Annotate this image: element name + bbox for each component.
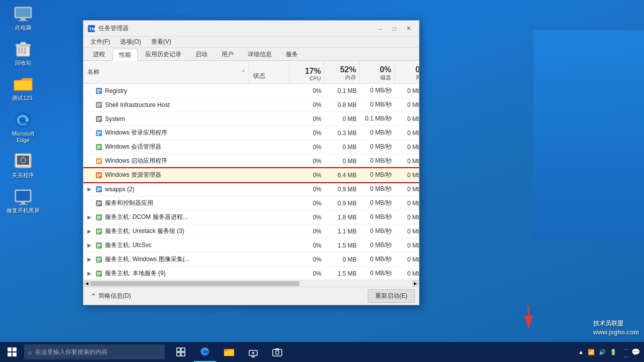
search-bar[interactable]: ⌕ 在这里输入你要搜索的内容: [24, 344, 165, 359]
folder-icon-label: 测试123.: [12, 95, 34, 101]
taskview-button[interactable]: [170, 342, 192, 362]
network-taskbar-button[interactable]: [242, 342, 264, 362]
tab-app-history[interactable]: 应用历史记录: [139, 48, 188, 60]
cell-disk: 0 MB/秒: [360, 100, 395, 109]
expand-arrow[interactable]: ▶: [87, 228, 94, 234]
expand-arrow[interactable]: ▶: [87, 243, 94, 248]
cell-net: 0 Mbps: [395, 101, 419, 108]
process-icon: [95, 228, 102, 235]
process-icon: [95, 172, 102, 179]
cell-name: Windows 资源管理器: [83, 171, 249, 179]
hscroll-right[interactable]: ►: [412, 280, 419, 287]
cell-mem: 0.9 MB: [325, 200, 360, 207]
desktop-icons: 此电脑 回收站: [6, 5, 40, 214]
desktop-icon-recycle[interactable]: 回收站: [6, 40, 40, 66]
process-table: 名称 ^ 状态 17% CPU 52% 内存 0% 磁盘: [83, 61, 419, 280]
menu-view[interactable]: 查看(V): [147, 37, 175, 47]
edge-taskbar-button[interactable]: [194, 342, 216, 362]
window-title: 任务管理器: [98, 24, 374, 33]
network-icon[interactable]: 📶: [588, 349, 595, 355]
expand-arrow[interactable]: ▶: [87, 214, 94, 220]
table-row[interactable]: ▶ wsappx (2) 0% 0.9 MB 0 MB/秒 0 Mbps: [83, 182, 419, 196]
cell-cpu: 0%: [289, 172, 325, 179]
svg-rect-66: [97, 232, 99, 233]
desktop-icon-folder[interactable]: 测试123.: [6, 75, 40, 101]
menu-file[interactable]: 文件(F): [86, 37, 114, 47]
cell-mem: 0.9 MB: [325, 186, 360, 193]
svg-rect-46: [97, 162, 99, 163]
table-row[interactable]: Shell Infrastructure Host 0% 0.8 MB 0 MB…: [83, 98, 419, 112]
svg-rect-14: [19, 167, 27, 168]
desktop-icon-edge[interactable]: Microsoft Edge: [6, 111, 40, 144]
cell-mem: 0 MB: [325, 115, 360, 123]
volume-icon[interactable]: 🔊: [599, 349, 606, 355]
cell-net: 0 Mbps: [395, 186, 419, 193]
table-row[interactable]: System 0% 0 MB 0.1 MB/秒 0 Mbps: [83, 112, 419, 126]
cell-mem: 6.4 MB: [325, 172, 360, 179]
table-row[interactable]: 服务和控制器应用 0% 0.9 MB 0 MB/秒 0 Mbps: [83, 196, 419, 210]
table-row[interactable]: Windows 会话管理器 0% 0 MB 0 MB/秒 0 Mbps: [83, 140, 419, 154]
notification-button[interactable]: 💬: [631, 348, 640, 356]
tray-arrow[interactable]: ▲: [578, 349, 584, 355]
cell-cpu: 0%: [289, 270, 325, 277]
table-row[interactable]: Registry 0% 0.1 MB 0 MB/秒 0 Mbps: [83, 84, 419, 98]
table-row[interactable]: Windows 启动应用程序 0% 0 MB 0 MB/秒 0 Mbps: [83, 154, 419, 168]
tab-details[interactable]: 详细信息: [241, 48, 278, 60]
svg-rect-64: [97, 230, 101, 231]
col-header-name[interactable]: 名称 ^: [83, 61, 249, 83]
table-row[interactable]: Windows 资源管理器 0% 6.4 MB 0 MB/秒 0 Mbps: [83, 168, 419, 182]
svg-rect-91: [224, 350, 234, 356]
expand-arrow[interactable]: ▶: [87, 257, 94, 262]
svg-rect-57: [97, 203, 101, 204]
tab-processes[interactable]: 进程: [86, 48, 112, 60]
svg-rect-88: [181, 352, 185, 356]
cell-name: Registry: [83, 87, 249, 94]
col-header-net[interactable]: 0% 网络: [395, 61, 419, 83]
svg-rect-19: [21, 202, 25, 204]
start-button[interactable]: [0, 342, 24, 362]
tab-services[interactable]: 服务: [279, 48, 304, 60]
col-header-status[interactable]: 状态: [249, 61, 289, 83]
expand-arrow[interactable]: ▶: [87, 186, 94, 192]
table-row[interactable]: ▶ 服务主机: Windows 图像采集(... 0% 0 MB 0 MB/秒 …: [83, 253, 419, 267]
svg-rect-10: [14, 80, 32, 90]
svg-rect-72: [97, 258, 101, 259]
desktop-icon-shutdown[interactable]: 关关程序: [6, 153, 40, 179]
desktop-icon-repair[interactable]: 修复开机黑屏: [6, 188, 40, 214]
minimize-button[interactable]: –: [374, 24, 387, 34]
hscroll-left[interactable]: ◄: [83, 280, 90, 287]
restart-button[interactable]: 重新启动(E): [368, 289, 415, 303]
col-header-cpu[interactable]: 17% CPU: [289, 61, 325, 83]
camera-taskbar-button[interactable]: [266, 342, 288, 362]
close-button[interactable]: ✕: [402, 24, 415, 34]
tab-users[interactable]: 用户: [215, 48, 240, 60]
menu-options[interactable]: 选项(O): [116, 37, 145, 47]
horizontal-scrollbar[interactable]: ◄ ►: [83, 280, 419, 287]
table-row[interactable]: ▶ 服务主机: 本地服务 (9) 0% 1.5 MB 0 MB/秒 0 Mbps: [83, 267, 419, 280]
restore-button[interactable]: □: [388, 24, 401, 34]
tab-startup[interactable]: 启动: [189, 48, 214, 60]
taskbar-right-area: ▲ 📶 🔊 🔋 ... ... 💬: [578, 344, 644, 360]
table-row[interactable]: ▶ 服务主机: Unistack 服务组 (3) 0% 1.1 MB 0 MB/…: [83, 224, 419, 238]
col-header-mem[interactable]: 52% 内存: [325, 61, 360, 83]
expand-arrow[interactable]: ▶: [87, 271, 94, 276]
cell-disk: 0 MB/秒: [360, 129, 395, 137]
table-row[interactable]: Windows 登录应用程序 0% 0.3 MB 0 MB/秒 0 Mbps: [83, 126, 419, 140]
svg-rect-62: [97, 218, 99, 219]
svg-rect-40: [97, 146, 101, 147]
table-row[interactable]: ▶ 服务主机: DCOM 服务器进程... 0% 1.8 MB 0 MB/秒 0…: [83, 210, 419, 224]
clock[interactable]: ... ...: [624, 344, 628, 360]
shutdown-icon: [13, 153, 33, 171]
tab-performance[interactable]: 性能: [113, 49, 138, 61]
column-headers: 名称 ^ 状态 17% CPU 52% 内存 0% 磁盘: [83, 61, 419, 84]
hscroll-track[interactable]: [90, 281, 412, 286]
desktop-icon-computer[interactable]: 此电脑: [6, 5, 40, 31]
summary-button[interactable]: ⌃ 简略信息(D): [87, 290, 134, 302]
explorer-taskbar-button[interactable]: [218, 342, 240, 362]
process-name: 服务主机: Unistack 服务组 (3): [105, 227, 184, 235]
process-name: Registry: [105, 87, 127, 94]
col-header-disk[interactable]: 0% 磁盘: [360, 61, 395, 83]
cell-disk: 0 MB/秒: [360, 185, 395, 193]
table-row[interactable]: ▶ 服务主机: UtcSvc 0% 1.5 MB 0 MB/秒 0 Mbps: [83, 238, 419, 253]
process-name: System: [105, 115, 125, 123]
